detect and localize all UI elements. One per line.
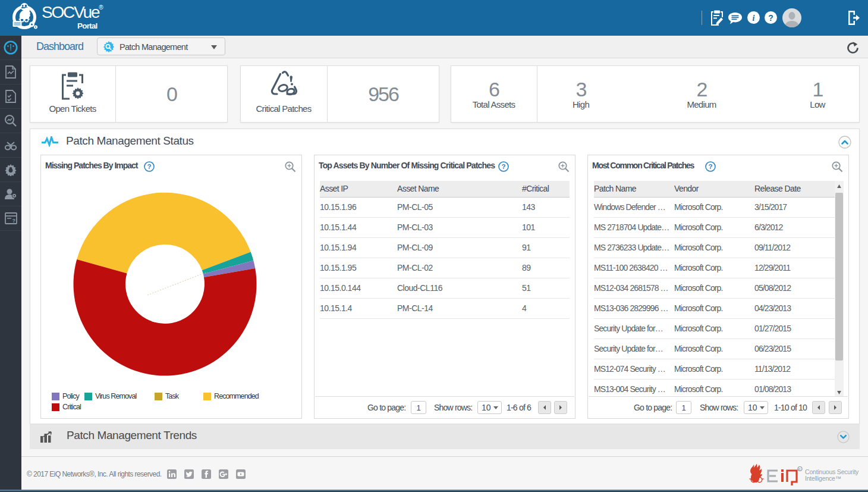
svg-text:?: ? — [708, 163, 712, 170]
svg-text:?: ? — [12, 218, 15, 224]
svg-text:?: ? — [768, 13, 773, 23]
svg-text:i: i — [753, 14, 755, 23]
svg-text:R: R — [798, 468, 801, 471]
svg-text:Intelligence™: Intelligence™ — [805, 475, 841, 482]
svg-text:?: ? — [501, 163, 505, 170]
